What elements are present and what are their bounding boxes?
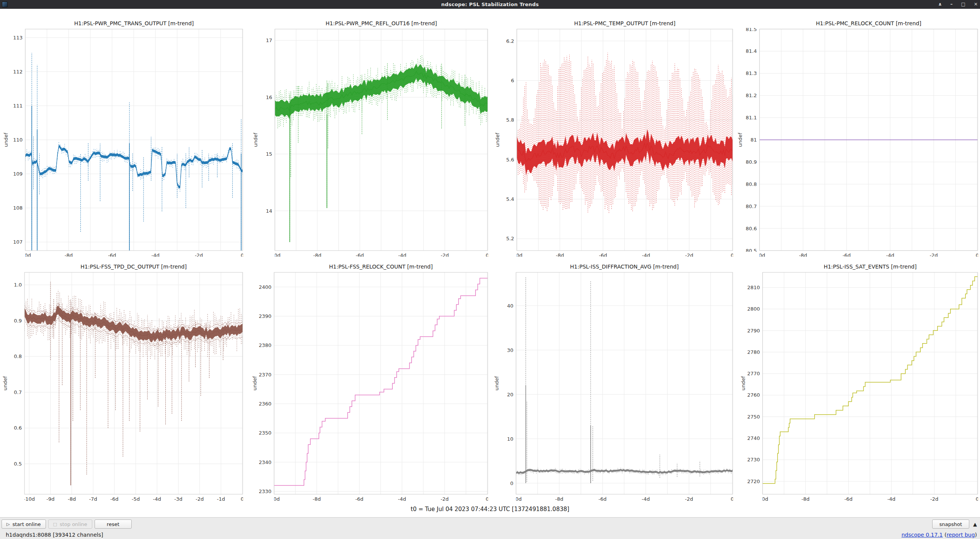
svg-text:30: 30: [507, 347, 513, 353]
svg-text:-9d: -9d: [46, 496, 54, 502]
svg-text:0: 0: [241, 496, 244, 502]
y-axis-unit-label: undef: [740, 376, 746, 391]
svg-text:-10d: -10d: [23, 496, 35, 502]
svg-text:0: 0: [510, 480, 513, 486]
t0-label: t0 = Tue Jul 04 2023 07:44:23 UTC [13724…: [0, 506, 980, 516]
svg-text:-6d: -6d: [110, 496, 118, 502]
svg-text:-8d: -8d: [65, 252, 73, 257]
svg-text:2400: 2400: [259, 284, 271, 290]
maximize-icon[interactable]: □: [961, 0, 965, 9]
svg-text:108: 108: [13, 205, 23, 211]
reset-button[interactable]: reset: [95, 519, 132, 529]
svg-text:-4d: -4d: [886, 252, 894, 257]
plot-title: H1:PSL-FSS_TPD_DC_OUTPUT [m-trend]: [80, 264, 186, 270]
plot-title: H1:PSL-FSS_RELOCK_COUNT [m-trend]: [329, 264, 433, 270]
plot-fss-relock-count[interactable]: 23302340235023602370238023902400-10d-8d-…: [245, 257, 490, 503]
plot-title: H1:PSL-PWR_PMC_REFL_OUT16 [m-trend]: [326, 20, 437, 26]
close-icon[interactable]: ✕: [974, 0, 978, 9]
svg-text:-6d: -6d: [598, 496, 606, 502]
svg-text:2350: 2350: [259, 430, 271, 436]
svg-text:0.8: 0.8: [14, 353, 22, 359]
svg-text:81: 81: [750, 137, 757, 143]
svg-text:112: 112: [13, 69, 23, 75]
svg-text:111: 111: [13, 103, 23, 109]
minimize-icon[interactable]: –: [951, 0, 953, 9]
svg-text:16: 16: [266, 94, 272, 100]
stop-online-button[interactable]: □ stop online: [48, 519, 92, 529]
y-axis-unit-label: undef: [253, 132, 258, 147]
svg-text:0: 0: [486, 252, 489, 257]
play-icon: ▷: [7, 522, 10, 527]
nds-server-status: h1daqnds1:8088 [393412 channels]: [6, 532, 103, 539]
svg-text:-4d: -4d: [642, 496, 650, 502]
y-axis-unit-label: undef: [495, 132, 500, 147]
svg-text:-10d: -10d: [510, 496, 522, 502]
svg-text:2780: 2780: [747, 349, 760, 355]
svg-text:0: 0: [486, 496, 489, 502]
svg-text:6.2: 6.2: [506, 38, 514, 44]
plot-title: H1:PSL-ISS_SAT_EVENTS [m-trend]: [824, 264, 917, 270]
svg-text:2720: 2720: [747, 479, 760, 484]
svg-text:-4d: -4d: [887, 496, 895, 502]
svg-text:2760: 2760: [747, 392, 760, 398]
svg-text:-6d: -6d: [844, 496, 853, 502]
svg-text:2730: 2730: [747, 457, 760, 462]
svg-text:-10d: -10d: [754, 252, 765, 257]
svg-text:-6d: -6d: [108, 252, 116, 257]
svg-text:109: 109: [13, 171, 23, 177]
svg-text:-8d: -8d: [313, 252, 321, 257]
snapshot-button[interactable]: snapshot: [932, 519, 969, 529]
expand-panel-icon[interactable]: ▲: [973, 521, 977, 527]
report-bug-link[interactable]: report bug: [947, 532, 975, 538]
svg-text:10: 10: [507, 436, 513, 442]
svg-text:-2d: -2d: [929, 252, 938, 257]
plot-title: H1:PSL-ISS_DIFFRACTION_AVG [m-trend]: [570, 264, 679, 270]
svg-text:-2d: -2d: [195, 252, 203, 257]
plot-iss-sat-events[interactable]: 2720273027402750276027702780279028002810…: [735, 257, 980, 503]
y-axis-unit-label: undef: [252, 376, 258, 391]
svg-text:0.9: 0.9: [14, 318, 22, 324]
start-online-button[interactable]: ▷ start online: [2, 519, 46, 529]
plot-title: H1:PSL-PMC_TEMP_OUTPUT [m-trend]: [574, 20, 676, 26]
plot-pmc-temp-output[interactable]: 5.25.45.65.866.2-10d-8d-6d-4d-2d0undefH1…: [490, 9, 735, 257]
svg-text:2790: 2790: [747, 328, 760, 334]
svg-text:-10d: -10d: [20, 252, 31, 257]
svg-text:17: 17: [266, 37, 272, 43]
plot-title: H1:PSL-PMC_RELOCK_COUNT [m-trend]: [816, 20, 921, 26]
shade-icon[interactable]: ∧: [938, 0, 942, 9]
svg-text:5.4: 5.4: [506, 196, 514, 202]
svg-text:110: 110: [13, 137, 23, 143]
svg-text:80.5: 80.5: [746, 248, 757, 254]
svg-text:-6d: -6d: [355, 496, 363, 502]
version-link[interactable]: ndscope 0.17.1: [902, 532, 943, 538]
plot-pwr-pmc-trans-output[interactable]: 107108109110111112113-10d-8d-6d-4d-2d0un…: [0, 9, 245, 257]
svg-text:2800: 2800: [747, 306, 760, 312]
svg-text:-6d: -6d: [599, 252, 607, 257]
svg-text:-8d: -8d: [802, 496, 810, 502]
y-axis-unit-label: undef: [494, 376, 500, 391]
svg-text:-2d: -2d: [196, 496, 204, 502]
svg-text:-4d: -4d: [398, 496, 406, 502]
svg-text:0: 0: [731, 252, 734, 257]
plot-title: H1:PSL-PWR_PMC_TRANS_OUTPUT [m-trend]: [74, 20, 194, 26]
svg-text:80.8: 80.8: [746, 181, 757, 187]
svg-text:2380: 2380: [259, 342, 271, 348]
svg-text:-8d: -8d: [555, 496, 563, 502]
svg-text:81.4: 81.4: [746, 48, 757, 54]
y-axis-unit-label: undef: [3, 132, 9, 147]
svg-text:-2d: -2d: [685, 252, 693, 257]
svg-text:81.2: 81.2: [746, 93, 757, 98]
plot-iss-diffraction-avg[interactable]: 010203040-10d-8d-6d-4d-2d0undefH1:PSL-IS…: [490, 257, 735, 503]
svg-text:107: 107: [13, 239, 23, 245]
svg-text:14: 14: [266, 208, 272, 214]
svg-text:0.7: 0.7: [14, 389, 22, 395]
plot-fss-tpd-dc-output[interactable]: 0.50.60.70.80.91.0-10d-9d-8d-7d-6d-5d-4d…: [0, 257, 245, 503]
svg-text:40: 40: [507, 303, 513, 309]
svg-text:81.3: 81.3: [746, 70, 757, 76]
svg-text:-8d: -8d: [556, 252, 564, 257]
plot-pmc-relock-count[interactable]: 80.580.680.780.880.98181.181.281.381.481…: [735, 9, 980, 257]
svg-text:5.2: 5.2: [506, 236, 514, 241]
plot-pwr-pmc-refl-out16[interactable]: 14151617-10d-8d-6d-4d-2d0undefH1:PSL-PWR…: [245, 9, 490, 257]
svg-text:-6d: -6d: [356, 252, 364, 257]
svg-text:-2d: -2d: [685, 496, 693, 502]
